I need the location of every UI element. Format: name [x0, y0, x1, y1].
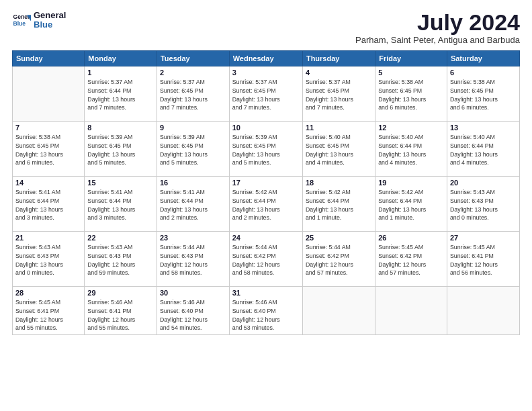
day-detail: Sunrise: 5:45 AM Sunset: 6:41 PM Dayligh… [15, 298, 81, 332]
day-number: 14 [15, 179, 81, 187]
calendar-cell [447, 287, 519, 335]
calendar-cell: 8Sunrise: 5:39 AM Sunset: 6:45 PM Daylig… [85, 122, 157, 177]
svg-text:Blue: Blue [13, 20, 26, 27]
day-detail: Sunrise: 5:40 AM Sunset: 6:44 PM Dayligh… [450, 133, 517, 167]
calendar-cell: 1Sunrise: 5:37 AM Sunset: 6:44 PM Daylig… [85, 66, 157, 122]
calendar-cell: 2Sunrise: 5:37 AM Sunset: 6:45 PM Daylig… [157, 66, 229, 122]
day-number: 16 [160, 179, 226, 187]
day-detail: Sunrise: 5:46 AM Sunset: 6:40 PM Dayligh… [160, 298, 226, 332]
calendar-cell [13, 66, 85, 122]
calendar-cell: 27Sunrise: 5:45 AM Sunset: 6:41 PM Dayli… [447, 232, 519, 287]
header-day: Thursday [302, 51, 375, 66]
calendar-cell: 4Sunrise: 5:37 AM Sunset: 6:45 PM Daylig… [302, 66, 375, 122]
calendar-cell: 6Sunrise: 5:38 AM Sunset: 6:45 PM Daylig… [447, 66, 519, 122]
day-detail: Sunrise: 5:43 AM Sunset: 6:43 PM Dayligh… [15, 243, 81, 277]
day-detail: Sunrise: 5:42 AM Sunset: 6:44 PM Dayligh… [378, 188, 444, 222]
day-number: 4 [306, 68, 372, 77]
calendar-cell: 5Sunrise: 5:38 AM Sunset: 6:45 PM Daylig… [375, 66, 447, 122]
header-day: Sunday [13, 51, 85, 66]
calendar-cell [375, 287, 447, 335]
calendar-cell: 9Sunrise: 5:39 AM Sunset: 6:45 PM Daylig… [157, 122, 229, 177]
day-detail: Sunrise: 5:39 AM Sunset: 6:45 PM Dayligh… [87, 133, 154, 167]
calendar-cell: 18Sunrise: 5:42 AM Sunset: 6:44 PM Dayli… [302, 177, 375, 232]
header-day: Friday [375, 51, 447, 66]
day-detail: Sunrise: 5:42 AM Sunset: 6:44 PM Dayligh… [306, 188, 372, 222]
day-number: 27 [450, 234, 517, 242]
calendar-cell: 28Sunrise: 5:45 AM Sunset: 6:41 PM Dayli… [13, 287, 85, 335]
calendar-cell: 26Sunrise: 5:45 AM Sunset: 6:42 PM Dayli… [375, 232, 447, 287]
day-detail: Sunrise: 5:43 AM Sunset: 6:43 PM Dayligh… [87, 243, 154, 277]
calendar-cell: 21Sunrise: 5:43 AM Sunset: 6:43 PM Dayli… [13, 232, 85, 287]
day-detail: Sunrise: 5:39 AM Sunset: 6:45 PM Dayligh… [232, 133, 300, 167]
calendar-cell: 13Sunrise: 5:40 AM Sunset: 6:44 PM Dayli… [447, 122, 519, 177]
month-title: July 2024 [355, 11, 520, 34]
day-detail: Sunrise: 5:40 AM Sunset: 6:44 PM Dayligh… [378, 133, 444, 167]
calendar-cell: 7Sunrise: 5:38 AM Sunset: 6:45 PM Daylig… [13, 122, 85, 177]
day-number: 24 [232, 234, 300, 242]
day-number: 2 [160, 68, 226, 77]
day-detail: Sunrise: 5:41 AM Sunset: 6:44 PM Dayligh… [15, 188, 81, 222]
day-detail: Sunrise: 5:40 AM Sunset: 6:45 PM Dayligh… [306, 133, 372, 167]
day-number: 23 [160, 234, 226, 242]
day-detail: Sunrise: 5:38 AM Sunset: 6:45 PM Dayligh… [378, 78, 444, 112]
calendar-cell: 30Sunrise: 5:46 AM Sunset: 6:40 PM Dayli… [157, 287, 229, 335]
header-day: Wednesday [229, 51, 302, 66]
day-detail: Sunrise: 5:38 AM Sunset: 6:45 PM Dayligh… [450, 78, 517, 112]
day-number: 6 [450, 68, 517, 77]
calendar-cell: 31Sunrise: 5:46 AM Sunset: 6:40 PM Dayli… [229, 287, 302, 335]
day-number: 10 [232, 124, 300, 132]
header-day: Tuesday [157, 51, 229, 66]
day-detail: Sunrise: 5:46 AM Sunset: 6:41 PM Dayligh… [87, 298, 154, 332]
day-detail: Sunrise: 5:37 AM Sunset: 6:45 PM Dayligh… [232, 78, 300, 112]
day-detail: Sunrise: 5:44 AM Sunset: 6:43 PM Dayligh… [160, 243, 226, 277]
calendar-cell: 3Sunrise: 5:37 AM Sunset: 6:45 PM Daylig… [229, 66, 302, 122]
day-detail: Sunrise: 5:37 AM Sunset: 6:45 PM Dayligh… [160, 78, 226, 112]
day-number: 22 [87, 234, 154, 242]
calendar-cell: 22Sunrise: 5:43 AM Sunset: 6:43 PM Dayli… [85, 232, 157, 287]
calendar-cell: 17Sunrise: 5:42 AM Sunset: 6:44 PM Dayli… [229, 177, 302, 232]
day-number: 13 [450, 124, 517, 132]
calendar-cell: 23Sunrise: 5:44 AM Sunset: 6:43 PM Dayli… [157, 232, 229, 287]
logo-general: General [34, 11, 66, 20]
day-number: 29 [87, 289, 154, 297]
day-number: 20 [450, 179, 517, 187]
day-number: 8 [87, 124, 154, 132]
calendar-cell: 14Sunrise: 5:41 AM Sunset: 6:44 PM Dayli… [13, 177, 85, 232]
day-number: 7 [15, 124, 81, 132]
day-number: 9 [160, 124, 226, 132]
calendar-cell: 15Sunrise: 5:41 AM Sunset: 6:44 PM Dayli… [85, 177, 157, 232]
calendar-cell [302, 287, 375, 335]
day-number: 11 [306, 124, 372, 132]
day-number: 12 [378, 124, 444, 132]
calendar-cell: 20Sunrise: 5:43 AM Sunset: 6:43 PM Dayli… [447, 177, 519, 232]
day-number: 1 [87, 68, 154, 77]
day-detail: Sunrise: 5:42 AM Sunset: 6:44 PM Dayligh… [232, 188, 300, 222]
calendar-cell: 19Sunrise: 5:42 AM Sunset: 6:44 PM Dayli… [375, 177, 447, 232]
day-detail: Sunrise: 5:39 AM Sunset: 6:45 PM Dayligh… [160, 133, 226, 167]
day-number: 19 [378, 179, 444, 187]
calendar: SundayMondayTuesdayWednesdayThursdayFrid… [12, 50, 520, 335]
day-number: 18 [306, 179, 372, 187]
day-number: 15 [87, 179, 154, 187]
day-number: 28 [15, 289, 81, 297]
header-day: Saturday [447, 51, 519, 66]
calendar-cell: 11Sunrise: 5:40 AM Sunset: 6:45 PM Dayli… [302, 122, 375, 177]
day-number: 25 [306, 234, 372, 242]
day-detail: Sunrise: 5:41 AM Sunset: 6:44 PM Dayligh… [87, 188, 154, 222]
calendar-cell: 25Sunrise: 5:44 AM Sunset: 6:42 PM Dayli… [302, 232, 375, 287]
day-number: 31 [232, 289, 300, 297]
day-number: 30 [160, 289, 226, 297]
day-detail: Sunrise: 5:37 AM Sunset: 6:44 PM Dayligh… [87, 78, 154, 112]
logo: General Blue General Blue [12, 11, 66, 30]
calendar-cell: 16Sunrise: 5:41 AM Sunset: 6:44 PM Dayli… [157, 177, 229, 232]
day-detail: Sunrise: 5:46 AM Sunset: 6:40 PM Dayligh… [232, 298, 300, 332]
day-detail: Sunrise: 5:45 AM Sunset: 6:42 PM Dayligh… [378, 243, 444, 277]
subtitle: Parham, Saint Peter, Antigua and Barbuda [355, 35, 520, 45]
title-block: July 2024 Parham, Saint Peter, Antigua a… [355, 11, 520, 45]
day-number: 26 [378, 234, 444, 242]
day-detail: Sunrise: 5:38 AM Sunset: 6:45 PM Dayligh… [15, 133, 81, 167]
day-detail: Sunrise: 5:41 AM Sunset: 6:44 PM Dayligh… [160, 188, 226, 222]
calendar-cell: 24Sunrise: 5:44 AM Sunset: 6:42 PM Dayli… [229, 232, 302, 287]
day-number: 17 [232, 179, 300, 187]
calendar-cell: 29Sunrise: 5:46 AM Sunset: 6:41 PM Dayli… [85, 287, 157, 335]
